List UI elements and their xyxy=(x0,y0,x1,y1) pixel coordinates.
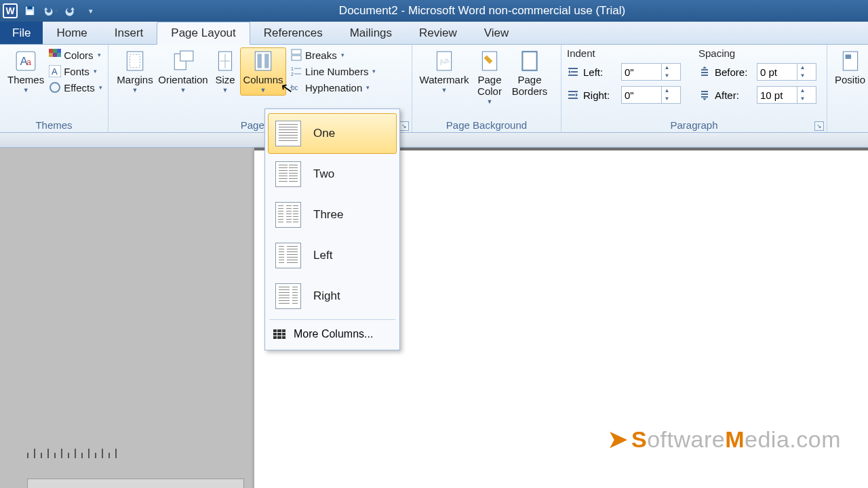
title-bar: W ▾ ▾ Document2 - Microsoft Word non-com… xyxy=(0,0,868,22)
navigation-pane xyxy=(7,302,244,488)
ribbon: Aa Themes ▼ Colors▾ A Fonts▾ Effects▾ xyxy=(0,45,868,133)
breaks-button[interactable]: Breaks▾ xyxy=(290,49,376,61)
colors-icon xyxy=(49,49,61,61)
spacing-before-icon xyxy=(698,66,711,78)
redo-button[interactable] xyxy=(62,3,79,18)
svg-rect-23 xyxy=(292,49,301,54)
hyphenation-button[interactable]: bc Hyphenation▾ xyxy=(290,81,376,94)
columns-button[interactable]: Columns▼ xyxy=(240,47,286,96)
hyphenation-icon: bc xyxy=(290,81,302,94)
svg-rect-6 xyxy=(49,49,53,53)
spacing-before-input[interactable]: ▲▼ xyxy=(757,63,816,81)
group-paragraph: Indent Left: ▲▼ Right: ▲▼ Spacing Before… xyxy=(561,45,827,132)
watermark-button[interactable]: Aa Watermark▼ xyxy=(418,47,471,96)
tab-mailings[interactable]: Mailings xyxy=(336,22,406,44)
spin-down[interactable]: ▼ xyxy=(661,72,672,80)
svg-rect-32 xyxy=(843,52,857,70)
columns-icon xyxy=(252,49,275,73)
group-label-themes: Themes xyxy=(5,118,102,131)
svg-rect-11 xyxy=(57,53,61,57)
group-label-paragraph: Paragraph↘ xyxy=(567,118,821,131)
margins-icon xyxy=(123,49,146,73)
svg-rect-15 xyxy=(127,52,142,70)
paragraph-launcher[interactable]: ↘ xyxy=(814,121,824,131)
document-area: ➤ SoftwareMedia.com xyxy=(0,133,868,488)
chevron-down-icon: ▼ xyxy=(23,87,29,94)
qat-customize[interactable]: ▾ xyxy=(83,3,99,18)
page-color-icon xyxy=(478,49,501,73)
svg-rect-24 xyxy=(292,56,301,60)
group-themes: Aa Themes ▼ Colors▾ A Fonts▾ Effects▾ xyxy=(0,45,108,132)
spacing-after-label: After: xyxy=(715,89,754,101)
tab-home[interactable]: Home xyxy=(43,22,100,44)
watermark-logo: ➤ SoftwareMedia.com xyxy=(607,424,841,454)
orientation-button[interactable]: Orientation▼ xyxy=(156,47,210,96)
window-title: Document2 - Microsoft Word non-commercia… xyxy=(99,4,865,18)
columns-option-two[interactable]: Two xyxy=(268,154,397,195)
columns-option-right[interactable]: Right xyxy=(268,276,397,317)
effects-icon xyxy=(49,81,61,94)
columns-option-three[interactable]: Three xyxy=(268,195,397,235)
undo-button[interactable]: ▾ xyxy=(42,3,58,18)
svg-rect-1 xyxy=(27,6,33,9)
tab-file[interactable]: File xyxy=(0,22,43,44)
columns-option-left[interactable]: Left xyxy=(268,235,397,276)
page-borders-button[interactable]: Page Borders xyxy=(509,47,551,99)
position-icon xyxy=(839,49,862,73)
indent-left-label: Left: xyxy=(583,66,618,78)
columns-right-icon xyxy=(275,283,301,309)
spacing-heading: Spacing xyxy=(698,47,818,59)
theme-effects-button[interactable]: Effects▾ xyxy=(49,81,102,94)
indent-right-input[interactable]: ▲▼ xyxy=(621,86,681,104)
theme-colors-button[interactable]: Colors▾ xyxy=(49,49,102,61)
margins-button[interactable]: Margins▼ xyxy=(114,47,156,96)
svg-rect-18 xyxy=(180,51,193,61)
more-columns-item[interactable]: More Columns... xyxy=(268,323,397,346)
orientation-icon xyxy=(172,49,195,73)
tab-page-layout[interactable]: Page Layout xyxy=(157,22,250,45)
columns-three-icon xyxy=(275,202,301,228)
tab-references[interactable]: References xyxy=(250,22,336,44)
page-thumbnail[interactable] xyxy=(27,479,244,488)
logo-arrow-icon: ➤ xyxy=(607,424,629,454)
spacing-after-input[interactable]: ▲▼ xyxy=(757,86,816,104)
spin-up[interactable]: ▲ xyxy=(661,64,672,72)
group-arrange: Positio xyxy=(827,45,867,132)
columns-one-icon xyxy=(275,121,301,146)
indent-right-icon xyxy=(567,89,579,101)
svg-rect-31 xyxy=(522,52,536,70)
position-button[interactable]: Positio xyxy=(833,47,867,87)
indent-left-icon xyxy=(567,66,579,78)
page-color-button[interactable]: Page Color▼ xyxy=(471,47,509,107)
tab-view[interactable]: View xyxy=(471,22,523,44)
page-borders-icon xyxy=(518,49,541,73)
page-setup-launcher[interactable]: ↘ xyxy=(399,121,409,131)
horizontal-ruler[interactable] xyxy=(0,133,868,148)
indent-left-input[interactable]: ▲▼ xyxy=(621,63,681,81)
size-button[interactable]: Size▼ xyxy=(210,47,240,96)
svg-rect-10 xyxy=(53,53,57,57)
tab-insert[interactable]: Insert xyxy=(101,22,157,44)
save-button[interactable] xyxy=(22,3,38,18)
svg-rect-2 xyxy=(27,12,33,15)
theme-fonts-button[interactable]: A Fonts▾ xyxy=(49,65,102,77)
columns-two-icon xyxy=(275,161,301,187)
svg-point-14 xyxy=(50,83,60,92)
tab-review[interactable]: Review xyxy=(406,22,471,44)
columns-left-icon xyxy=(275,243,301,268)
breaks-icon xyxy=(290,49,302,61)
columns-dropdown: One Two Three Left Right More Columns... xyxy=(264,108,400,350)
svg-text:A: A xyxy=(52,66,58,77)
themes-button[interactable]: Aa Themes ▼ xyxy=(5,47,46,96)
more-columns-icon xyxy=(273,329,285,339)
menu-separator xyxy=(269,319,395,320)
size-icon xyxy=(214,49,237,73)
svg-rect-7 xyxy=(53,49,57,53)
watermark-icon: Aa xyxy=(433,49,456,73)
line-numbers-button[interactable]: 12 Line Numbers▾ xyxy=(290,65,376,77)
fonts-icon: A xyxy=(49,65,61,77)
line-numbers-icon: 12 xyxy=(290,65,302,77)
spacing-after-icon xyxy=(698,89,711,101)
svg-rect-21 xyxy=(258,54,262,68)
columns-option-one[interactable]: One xyxy=(268,113,397,154)
